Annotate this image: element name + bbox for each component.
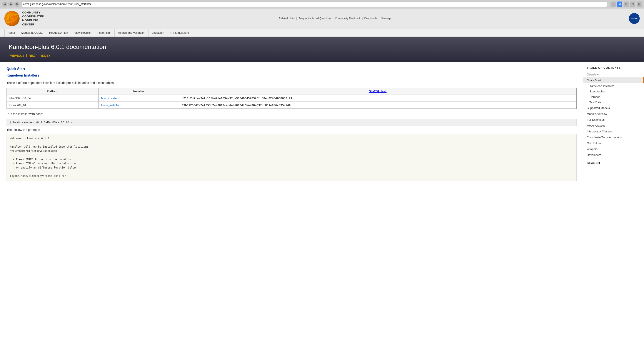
nav-rt-simulations[interactable]: RT Simulations xyxy=(168,29,193,36)
back-button[interactable]: ◀ xyxy=(2,2,8,7)
mac-installer-cell: Mac_installer xyxy=(98,94,179,102)
col-hash: Sha256 Hash xyxy=(179,88,576,94)
code-block-welcome: Welcome to kameleon 6.1.0 kameleon will … xyxy=(6,134,576,181)
subsection-title: Kameleon Installers xyxy=(6,74,576,79)
toc-libraries[interactable]: Libraries xyxy=(583,94,644,100)
sha256-link[interactable]: Sha256 Hash xyxy=(369,90,386,93)
logo-area: Community Coordinated Modeling Center xyxy=(4,11,44,26)
main-layout: Quick Start Kameleon Installers These pl… xyxy=(0,62,644,192)
toc-overview[interactable]: Overview xyxy=(583,72,644,78)
toc-executables[interactable]: Executables xyxy=(583,89,644,94)
toc-interpolator-classes[interactable]: Interpolator Classes xyxy=(583,128,644,134)
toc-coordinate-transformations[interactable]: Coordinate Transformations xyxy=(583,134,644,140)
site-header: Community Coordinated Modeling Center Re… xyxy=(0,8,644,29)
content-area: Quick Start Kameleon Installers These pl… xyxy=(0,62,583,192)
search-title: SEARCH xyxy=(583,158,644,167)
browser-nav-buttons: ◀ ▶ ↻ xyxy=(2,2,20,7)
subsection-link[interactable]: Kameleon Installers xyxy=(6,74,39,77)
doc-nav-index[interactable]: INDEX xyxy=(41,54,51,58)
bookmark-icon[interactable]: ☆ xyxy=(610,2,616,7)
nav-bar: About Models at CCMC Request A Run View … xyxy=(0,29,644,37)
nav-education[interactable]: Education xyxy=(148,29,168,36)
toc-title: TABLE OF CONTENTS xyxy=(583,66,644,72)
m-icon[interactable]: M xyxy=(617,2,622,7)
doc-title: Kameleon-plus 6.0.1 documentation xyxy=(9,44,635,50)
linux-installer-cell: Linux_installer xyxy=(98,102,179,108)
table-row: Linux x86_64 Linux_installer 69b87250d7a… xyxy=(7,102,576,108)
table-row: MacOSX x86_64 Mac_installer c210b2d7faa9… xyxy=(7,94,576,102)
toc-supported-models[interactable]: Supported Models xyxy=(583,105,644,111)
toc-grid-tutorial[interactable]: Grid Tutorial xyxy=(583,140,644,146)
col-platform: Platform xyxy=(7,88,98,94)
code-inline-bash: $ bash kameleon-6.1.0-MacOSX-x86_64.sh xyxy=(6,119,576,126)
linux-hash: 69b87250d7a2ef353c2ee3002cacdabd013df0ba… xyxy=(179,102,576,108)
doc-nav: PREVIOUS | NEXT | INDEX xyxy=(9,54,635,58)
nav-view-results[interactable]: View Results xyxy=(71,29,94,36)
refresh-button[interactable]: ↻ xyxy=(14,2,20,7)
browser-icons: ☆ M G ⊞ ▤ xyxy=(610,2,642,7)
toc-quick-start[interactable]: Quick Start xyxy=(583,78,644,83)
browser-chrome: ◀ ▶ ↻ ☆ M G ⊞ ▤ xyxy=(0,0,644,8)
toc-model-classes[interactable]: Model Classes xyxy=(583,123,644,128)
ccmc-logo xyxy=(4,11,20,26)
address-bar[interactable] xyxy=(21,1,607,7)
run-text: Run the installer with bash: xyxy=(6,112,576,116)
nav-request-run[interactable]: Request A Run xyxy=(46,29,71,36)
doc-nav-previous[interactable]: PREVIOUS xyxy=(9,54,24,58)
toc-full-examples[interactable]: Full Examples xyxy=(583,117,644,123)
community-feedback-link[interactable]: Community Feedback xyxy=(335,17,360,20)
nav-metrics-validation[interactable]: Metrics and Validation xyxy=(114,29,148,36)
sidebar: TABLE OF CONTENTS Overview Quick Start K… xyxy=(583,62,644,192)
faq-link[interactable]: Frequently Asked Questions xyxy=(298,17,331,20)
forward-button[interactable]: ▶ xyxy=(8,2,14,7)
g-icon[interactable]: G xyxy=(624,2,629,7)
toc-test-data[interactable]: Test Data xyxy=(583,100,644,105)
then-text: Then follow the prompts: xyxy=(6,128,576,132)
doc-nav-next[interactable]: NEXT xyxy=(29,54,37,58)
settings-icon[interactable]: ▤ xyxy=(636,2,642,7)
downloads-link[interactable]: Downloads xyxy=(364,17,377,20)
top-links: Related Links | Frequently Asked Questio… xyxy=(279,17,391,20)
linux-installer-link[interactable]: Linux_installer xyxy=(101,104,119,107)
platform-macosx: MacOSX x86_64 xyxy=(7,94,98,102)
nasa-logo: NASA xyxy=(629,13,640,24)
sitemap-link[interactable]: Sitemap xyxy=(381,17,391,20)
toc-model-overview[interactable]: Model Overview xyxy=(583,111,644,117)
platform-linux: Linux x86_64 xyxy=(7,102,98,108)
toc-wrapers[interactable]: Wrapers xyxy=(583,146,644,152)
related-links[interactable]: Related Links xyxy=(279,17,295,20)
section-title: Quick Start xyxy=(6,67,576,71)
subsection-desc: These platform-dependent installers incl… xyxy=(6,81,576,84)
col-installer: Installer xyxy=(98,88,179,94)
toc-kameleon-installers[interactable]: Kameleon Installers xyxy=(583,83,644,89)
nav-about[interactable]: About xyxy=(4,29,18,36)
mac-hash: c210b2d7faa9efb119b47fe6894a37da99548345… xyxy=(179,94,576,102)
toc-developers[interactable]: Developers xyxy=(583,152,644,158)
nav-models-ccmc[interactable]: Models at CCMC xyxy=(18,29,46,36)
nav-instant-run[interactable]: Instant Run xyxy=(94,29,115,36)
header-right: Related Links | Frequently Asked Questio… xyxy=(279,17,391,20)
doc-header: Kameleon-plus 6.0.1 documentation PREVIO… xyxy=(0,37,644,62)
installer-table: Platform Installer Sha256 Hash MacOSX x8… xyxy=(6,88,576,109)
mac-installer-link[interactable]: Mac_installer xyxy=(101,96,118,100)
rss-icon[interactable]: ⊞ xyxy=(630,2,635,7)
logo-text: Community Coordinated Modeling Center xyxy=(22,11,44,26)
